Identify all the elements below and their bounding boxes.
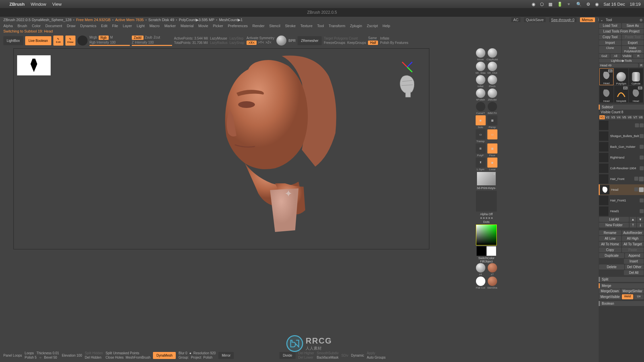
mat-skinsha[interactable]: SkinSha (487, 277, 498, 289)
collapse-icon[interactable]: ⌄ (600, 18, 603, 22)
tool-thumb[interactable]: 21Head (629, 86, 643, 103)
tool-thumb[interactable]: 21Head (599, 68, 613, 85)
lazyradius[interactable]: LazyRadius (210, 41, 227, 45)
lightbox-button[interactable]: LightBox (3, 36, 23, 45)
macos-menu-window[interactable]: Window (31, 2, 46, 7)
delete-button[interactable]: Delete (599, 264, 624, 269)
subtool-item[interactable]: Shotgun_Bullets_Belt (599, 131, 644, 141)
mat-z7[interactable]: z7 (487, 263, 498, 276)
menu-color[interactable]: Color (32, 24, 41, 28)
append-button[interactable]: Append (625, 253, 644, 258)
control-center-icon[interactable]: ⚙ (586, 2, 590, 7)
resolution-label[interactable]: Resolution 920 (193, 351, 216, 355)
merge-header[interactable]: Merge (599, 283, 644, 288)
solo-button[interactable]: ◉Solo (475, 115, 486, 129)
splithidden-button[interactable]: Split Hidden (85, 351, 103, 355)
canvas-viewport[interactable] (13, 48, 429, 249)
blur-label[interactable]: Blur 0 (178, 351, 187, 355)
goz-r[interactable]: R (633, 54, 644, 58)
sdiv-label[interactable]: SDiv (341, 354, 348, 357)
delall-button[interactable]: Del All (624, 270, 644, 275)
subtool-item[interactable]: Hair_Front (599, 174, 644, 184)
brush-zmodel[interactable]: ZModel (487, 88, 498, 101)
duplicate-button[interactable]: Duplicate (599, 253, 624, 258)
menu-stroke[interactable]: Stroke (285, 24, 296, 28)
movedown-all[interactable]: ⤓ (637, 223, 644, 228)
app-name[interactable]: ZBrush (9, 2, 25, 7)
date[interactable]: Sat 16 Dec (603, 2, 625, 7)
menu-help[interactable]: Help (383, 24, 390, 28)
menu-movie[interactable]: Movie (198, 24, 208, 28)
transp-button[interactable]: ▭Transp (475, 129, 486, 143)
delother-button[interactable]: Del Other (625, 264, 644, 269)
liveboolean-button[interactable]: Live Boolean (25, 36, 51, 45)
menus-button[interactable]: Menus (580, 17, 595, 22)
ac-button[interactable]: AC (511, 17, 520, 22)
thickness-label[interactable]: Thickness 0.01 (37, 351, 59, 355)
same-button[interactable]: Same (368, 36, 378, 40)
keepgroups[interactable]: KeepGroups (347, 41, 366, 45)
subtool-item[interactable]: Hair_Front1 (599, 195, 644, 206)
paste-button[interactable]: Paste (622, 247, 644, 252)
alltohome-button[interactable]: All To Home (599, 242, 621, 247)
subtool-item[interactable]: Head (599, 184, 644, 195)
lazymouse-button[interactable]: LazyMouse (210, 37, 227, 40)
menu-document[interactable]: Document (45, 24, 62, 28)
mat-z4[interactable]: z4 (475, 263, 486, 276)
goz-visible[interactable]: Visible (622, 54, 632, 58)
menu-alpha[interactable]: Alpha (3, 24, 13, 28)
meshfrombrush-button[interactable]: MeshFromBrush (126, 356, 151, 359)
brush-move[interactable]: Move (475, 48, 486, 61)
goz-button[interactable]: GoZ (599, 54, 610, 58)
movedown-button[interactable]: ▼ (637, 217, 644, 222)
autogroups-button[interactable]: Auto Groups (367, 356, 385, 359)
zadd-button[interactable]: Zadd (132, 36, 144, 40)
brush-skclot[interactable]: SK_Clot (487, 62, 498, 74)
bevel-label[interactable]: Bevel 50 (44, 356, 57, 359)
panelloops-label[interactable]: Panel Loops (3, 354, 22, 357)
vis-v5[interactable]: V5 (622, 115, 627, 119)
persp-button[interactable]: ▦Persp (487, 115, 498, 129)
stroke-dots[interactable] (475, 217, 498, 219)
search-icon[interactable]: 🔍 (576, 2, 582, 7)
rgb-intensity-slider[interactable] (90, 45, 130, 46)
fillobject-button[interactable]: FillObject (475, 260, 498, 263)
head-count[interactable]: Head 49 (599, 63, 638, 67)
orientation-head[interactable] (395, 72, 419, 99)
dellower-button[interactable]: Del Lower (298, 356, 314, 359)
alltotarget-button[interactable]: All To Target (622, 242, 644, 247)
dynamic-button[interactable]: Dynamic (351, 354, 364, 357)
mergesimilar-button[interactable]: MergeSimilar (621, 289, 644, 294)
vis-v3[interactable]: V3 (610, 115, 616, 119)
loadtoolsproject-button[interactable]: Load Tools From Project (599, 29, 644, 34)
subtool-item[interactable]: Colt-Revolver-1904 (599, 163, 644, 174)
lazysnap[interactable]: LazySnap (229, 41, 244, 45)
vis-v7[interactable]: V7 (633, 115, 638, 119)
alpha-preview[interactable] (476, 191, 497, 212)
saveas-button[interactable]: Save As (622, 23, 644, 28)
moveup-all[interactable]: ⤒ (630, 223, 636, 228)
brush-hpolish[interactable]: hPolish (475, 88, 486, 101)
subtool-item[interactable]: Back_Gun_Holster (599, 141, 644, 152)
clone-button[interactable]: Clone (599, 46, 621, 53)
freezegroups[interactable]: FreezeGroups (324, 41, 345, 45)
polish-label[interactable]: Polish 5 (25, 356, 37, 359)
brush-curvet[interactable]: CurveT (475, 102, 486, 115)
material-picker[interactable] (276, 36, 286, 46)
inflate[interactable]: Inflate (380, 37, 408, 40)
loadtool-button[interactable]: Load Tool (599, 23, 621, 28)
menu-layer[interactable]: Layer (123, 24, 132, 28)
macos-menu-view[interactable]: View (52, 2, 62, 7)
menu-texture[interactable]: Texture (300, 24, 312, 28)
subtool-header[interactable]: Subtool (599, 105, 644, 110)
split-header[interactable]: Split (599, 277, 644, 282)
calendar-icon[interactable]: ▦ (548, 2, 552, 7)
rename-button[interactable]: Rename (599, 230, 621, 235)
menu-light[interactable]: Light (137, 24, 145, 28)
swatch-black[interactable] (477, 246, 486, 256)
bpr-button[interactable]: BPR (288, 39, 296, 43)
tool-thumb[interactable]: Head (599, 86, 613, 103)
export-button[interactable]: Export (622, 40, 644, 45)
subtool-item[interactable]: RightHand (599, 152, 644, 163)
local-button[interactable]: ◉Local (487, 158, 498, 171)
